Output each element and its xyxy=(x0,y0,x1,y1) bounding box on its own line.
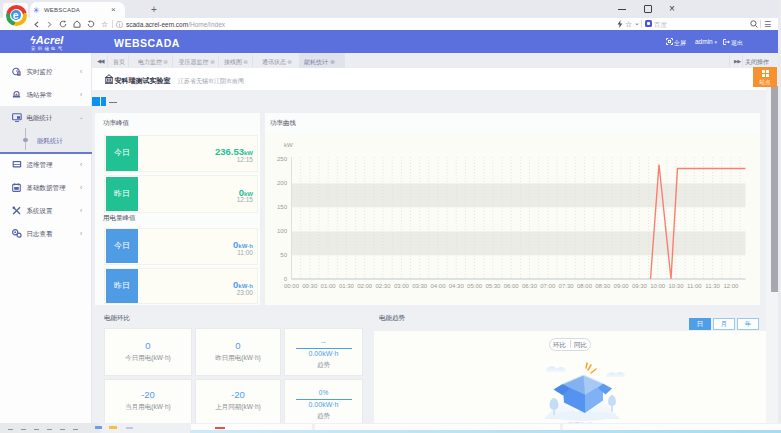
svg-text:11:00: 11:00 xyxy=(687,283,702,289)
svg-text:05:30: 05:30 xyxy=(485,283,501,289)
svg-text:07:00: 07:00 xyxy=(540,283,556,289)
svg-text:02:00: 02:00 xyxy=(357,283,373,289)
svg-text:03:00: 03:00 xyxy=(394,283,410,289)
svg-text:10:00: 10:00 xyxy=(650,283,666,289)
svg-text:09:30: 09:30 xyxy=(632,283,648,289)
svg-text:07:30: 07:30 xyxy=(559,283,575,289)
svg-text:02:30: 02:30 xyxy=(375,283,391,289)
svg-text:06:00: 06:00 xyxy=(504,283,520,289)
svg-text:00:30: 00:30 xyxy=(302,283,318,289)
svg-text:01:00: 01:00 xyxy=(321,283,337,289)
svg-text:12:00: 12:00 xyxy=(723,283,739,289)
svg-text:01:30: 01:30 xyxy=(339,283,355,289)
svg-text:08:30: 08:30 xyxy=(595,283,611,289)
svg-text:09:00: 09:00 xyxy=(614,283,630,289)
svg-text:04:00: 04:00 xyxy=(430,283,446,289)
svg-text:08:00: 08:00 xyxy=(577,283,593,289)
svg-text:03:30: 03:30 xyxy=(412,283,428,289)
svg-text:00:00: 00:00 xyxy=(284,283,300,289)
svg-text:10:30: 10:30 xyxy=(668,283,684,289)
svg-text:11:30: 11:30 xyxy=(705,283,720,289)
svg-text:04:30: 04:30 xyxy=(449,283,465,289)
svg-text:06:30: 06:30 xyxy=(522,283,538,289)
svg-text:05:00: 05:00 xyxy=(467,283,483,289)
